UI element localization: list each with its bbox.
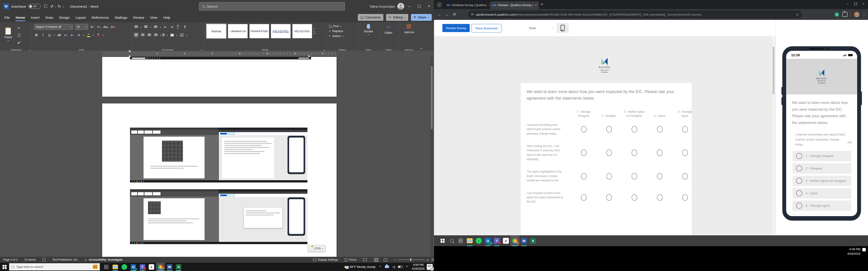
multilevel-list-icon[interactable] bbox=[153, 24, 158, 30]
tab-insert[interactable]: Insert bbox=[28, 13, 42, 22]
hanging-indent-marker[interactable] bbox=[128, 54, 131, 57]
styles-scroll-up[interactable] bbox=[313, 28, 315, 30]
browser-tab-2-active[interactable]: XM Preview - Qualtrics Survey | Q × bbox=[490, 1, 539, 9]
shrink-font-icon[interactable]: A bbox=[97, 24, 101, 30]
style-heading1[interactable]: HEADING bbox=[271, 24, 291, 38]
document-canvas[interactable]: (Ctrl) bbox=[0, 57, 434, 257]
editing-mode-button[interactable]: ✎Editing bbox=[386, 14, 408, 21]
close-button[interactable]: × bbox=[863, 2, 864, 5]
radio-button[interactable] bbox=[657, 126, 662, 133]
close-tab-icon[interactable]: × bbox=[535, 4, 537, 7]
scrollbar-thumb[interactable] bbox=[431, 66, 433, 129]
radio-button[interactable] bbox=[631, 126, 637, 133]
teams-icon[interactable]: T bbox=[492, 235, 501, 246]
font-size-select[interactable]: 10 bbox=[75, 24, 88, 30]
browser-menu-icon[interactable]: ⋮ bbox=[863, 13, 866, 16]
spotify-icon[interactable]: ♪ bbox=[474, 235, 483, 246]
radio-button[interactable] bbox=[606, 173, 612, 179]
tab-references[interactable]: References bbox=[89, 13, 112, 22]
tab-file[interactable]: File bbox=[1, 13, 13, 22]
collapse-chevron-icon[interactable] bbox=[847, 141, 852, 146]
borders-icon[interactable] bbox=[180, 32, 184, 38]
tab-search-icon[interactable] bbox=[436, 2, 442, 8]
document-scrollbar[interactable] bbox=[430, 57, 433, 257]
highlight-color-icon[interactable]: ✎ bbox=[86, 32, 91, 38]
minimize-button[interactable]: – bbox=[847, 2, 848, 5]
collapse-ribbon-icon[interactable] bbox=[421, 47, 423, 49]
forward-icon[interactable]: → bbox=[443, 12, 451, 17]
restore-button[interactable] bbox=[854, 2, 857, 5]
radio-button[interactable] bbox=[606, 126, 612, 133]
undo-icon[interactable]: ↺ bbox=[50, 4, 53, 9]
share-button[interactable]: ⇱Share bbox=[411, 14, 432, 21]
wifi-icon[interactable] bbox=[405, 266, 408, 268]
accessibility-status[interactable]: ☺Accessibility: Investigate bbox=[84, 258, 123, 262]
radio-button[interactable] bbox=[657, 173, 662, 179]
radio-button[interactable] bbox=[631, 149, 637, 156]
show-formatting-icon[interactable]: ¶ bbox=[183, 24, 187, 30]
weather-text[interactable]: 56°F Mostly cloudy bbox=[350, 265, 375, 269]
align-right-icon[interactable] bbox=[147, 32, 151, 38]
phone-option-3[interactable]: 3 - Neither Agree nor Disagree bbox=[793, 176, 851, 186]
start-button[interactable] bbox=[438, 235, 447, 246]
numbering-icon[interactable] bbox=[144, 24, 148, 30]
word-count[interactable]: 22 words bbox=[24, 258, 36, 261]
display-settings[interactable]: Display Settings bbox=[313, 258, 338, 261]
style-general-emph[interactable]: General Emph bbox=[249, 24, 269, 38]
radio-button[interactable] bbox=[657, 149, 662, 156]
tab-home[interactable]: Home bbox=[13, 13, 28, 22]
phone-option-1[interactable]: 1 - Strongly Disagree bbox=[793, 151, 851, 161]
dictate-button[interactable]: Dictate bbox=[364, 24, 373, 35]
restart-survey-button[interactable]: Restart Survey bbox=[442, 24, 470, 32]
browser-profile-avatar[interactable] bbox=[854, 12, 860, 17]
new-tab-icon[interactable]: + bbox=[541, 2, 544, 7]
chrome-icon[interactable] bbox=[510, 235, 520, 246]
right-indent-marker[interactable] bbox=[308, 54, 310, 57]
ruler[interactable]: 1 2 3 4 5 6 7 bbox=[0, 50, 434, 57]
notifications-icon[interactable] bbox=[862, 248, 866, 251]
file-explorer-icon[interactable] bbox=[111, 263, 120, 271]
tab-design[interactable]: Design bbox=[56, 13, 72, 22]
font-color-icon[interactable]: A bbox=[96, 32, 101, 38]
radio-button[interactable] bbox=[631, 173, 637, 179]
sort-icon[interactable]: A↓Z bbox=[176, 24, 181, 30]
outlook-icon[interactable]: ONEW bbox=[129, 263, 138, 271]
radio-button[interactable] bbox=[796, 165, 802, 171]
mobile-view-toggle[interactable] bbox=[557, 23, 569, 33]
volume-icon[interactable]: ◁) bbox=[392, 265, 395, 269]
page-indicator[interactable]: Page 2 of 2 bbox=[3, 258, 18, 261]
redo-icon[interactable]: ↻ bbox=[58, 4, 61, 9]
clock[interactable]: 4:09 PM 4/16/2024 bbox=[847, 247, 860, 256]
paste-button[interactable]: Paste bbox=[2, 24, 14, 44]
align-center-icon[interactable] bbox=[141, 32, 145, 38]
tools-dropdown[interactable]: Tools bbox=[529, 24, 553, 32]
save-icon[interactable] bbox=[44, 4, 47, 8]
strikethrough-button[interactable]: ab bbox=[57, 32, 61, 38]
italic-button[interactable]: I bbox=[41, 32, 45, 38]
styles-gallery-expand[interactable] bbox=[313, 32, 315, 34]
radio-button[interactable] bbox=[796, 203, 802, 209]
radio-button[interactable] bbox=[796, 153, 802, 159]
word-search-input[interactable]: Search bbox=[199, 2, 345, 11]
radio-button[interactable] bbox=[581, 194, 587, 201]
radio-button[interactable] bbox=[682, 194, 688, 201]
cut-icon[interactable]: ✂ bbox=[17, 25, 21, 31]
editor-button[interactable]: ✒ Editor bbox=[385, 24, 393, 34]
align-left-icon[interactable] bbox=[134, 32, 138, 38]
text-predictions[interactable]: Text Predictions: On bbox=[52, 258, 78, 261]
bold-button[interactable]: B bbox=[34, 32, 39, 38]
tab-view[interactable]: View bbox=[147, 13, 160, 22]
radio-button[interactable] bbox=[682, 149, 688, 156]
radio-button[interactable] bbox=[796, 190, 802, 196]
shading-icon[interactable] bbox=[170, 32, 174, 38]
font-name-select[interactable]: Segoe UI Historic (B bbox=[34, 24, 73, 30]
phone-option-4[interactable]: 4 - Agree bbox=[793, 188, 851, 199]
subscript-button[interactable]: x2 bbox=[64, 32, 68, 38]
grow-font-icon[interactable]: A bbox=[90, 24, 95, 30]
start-button[interactable] bbox=[0, 263, 9, 271]
radio-button[interactable] bbox=[581, 126, 587, 133]
proofing-icon[interactable] bbox=[43, 258, 45, 261]
close-button[interactable]: × bbox=[424, 0, 434, 13]
slack-icon[interactable]: # bbox=[147, 263, 156, 271]
word-taskbar-icon[interactable]: W bbox=[520, 235, 528, 246]
